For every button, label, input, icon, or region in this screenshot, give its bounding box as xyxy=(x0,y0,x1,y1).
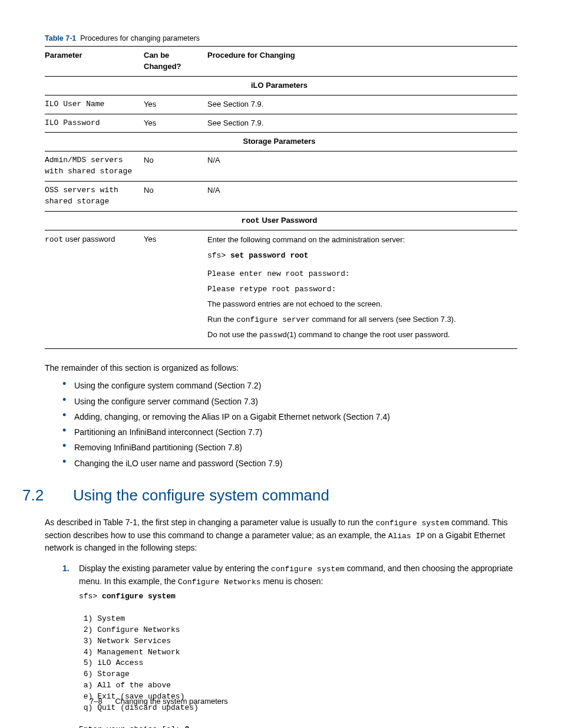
cell-proc: See Section 7.9. xyxy=(207,95,517,114)
table-row: ILO Password Yes See Section 7.9. xyxy=(45,114,517,133)
cell-can: Yes xyxy=(144,95,207,114)
cell-param: Admin/MDS servers with shared storage xyxy=(45,151,144,182)
page-number: 7–8 xyxy=(90,697,103,706)
section-heading: 7.2 Using the configure system command xyxy=(45,485,517,507)
list-item: Using the configure server command (Sect… xyxy=(62,396,517,407)
bullet-list: Using the configure system command (Sect… xyxy=(62,380,517,469)
cell-proc: See Section 7.9. xyxy=(207,114,517,133)
cell-proc: Enter the following command on the admin… xyxy=(207,230,517,349)
list-item: Removing InfiniBand partitioning (Sectio… xyxy=(62,442,517,453)
section-ilo: iLO Parameters xyxy=(45,76,517,95)
table-row: ILO User Name Yes See Section 7.9. xyxy=(45,95,517,114)
cell-can: Yes xyxy=(144,114,207,133)
table-label: Table 7-1 xyxy=(45,34,76,42)
cell-param: ILO Password xyxy=(45,114,144,133)
th-parameter: Parameter xyxy=(45,47,144,77)
cell-can: Yes xyxy=(144,230,207,349)
list-item: Partitioning an InfiniBand interconnect … xyxy=(62,426,517,438)
intro-line: The remainder of this section is organiz… xyxy=(45,362,517,374)
table-row: root user password Yes Enter the followi… xyxy=(45,230,517,349)
table-caption-text: Procedures for changing parameters xyxy=(80,34,200,42)
section-number: 7.2 xyxy=(22,485,73,507)
parameters-table: Parameter Can be Changed? Procedure for … xyxy=(45,46,517,349)
section-title: Using the configure system command xyxy=(73,485,329,507)
table-row: Admin/MDS servers with shared storage No… xyxy=(45,151,517,182)
table-row: OSS servers with shared storage No N/A xyxy=(45,181,517,211)
th-procedure: Procedure for Changing xyxy=(207,47,517,77)
list-item: Adding, changing, or removing the Alias … xyxy=(62,411,517,423)
list-item: Changing the iLO user name and password … xyxy=(62,457,517,469)
page-footer: 7–8 Changing the system parameters xyxy=(90,696,228,707)
cell-can: No xyxy=(144,151,207,182)
cell-proc: N/A xyxy=(207,151,517,182)
list-item: Using the configure system command (Sect… xyxy=(62,380,517,391)
step-number: 1. xyxy=(62,562,70,574)
cell-can: No xyxy=(144,181,207,211)
cell-param: ILO User Name xyxy=(45,95,144,114)
section-root: root User Password xyxy=(45,211,517,230)
section-storage: Storage Parameters xyxy=(45,133,517,151)
footer-title: Changing the system parameters xyxy=(115,697,227,706)
cell-param: root user password xyxy=(45,230,144,349)
cell-param: OSS servers with shared storage xyxy=(45,181,144,211)
th-can-be-changed: Can be Changed? xyxy=(144,47,207,77)
cell-proc: N/A xyxy=(207,181,517,211)
paragraph: As described in Table 7-1, the first ste… xyxy=(45,516,517,554)
table-caption: Table 7-1 Procedures for changing parame… xyxy=(45,33,517,44)
